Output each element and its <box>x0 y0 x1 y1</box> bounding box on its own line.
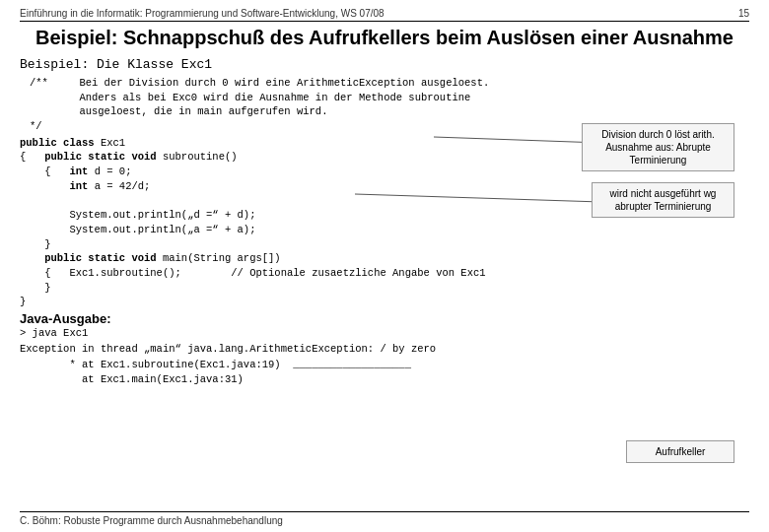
java-cmd-3: * at Exc1.subroutine(Exc1.java:19) _____… <box>20 358 749 373</box>
callout-division-text: Division durch 0 löst arith.Ausnahme aus… <box>601 129 715 166</box>
comment-line-1: /** Bei der Division durch 0 wird eine A… <box>30 76 749 91</box>
page-container: Einführung in die Informatik: Programmie… <box>0 0 769 532</box>
comment-line-3: ausgeloest, die in main aufgerufen wird. <box>30 104 749 119</box>
code-line-11: } <box>20 281 749 296</box>
callout-nicht: wird nicht ausgeführt wgabrupter Termini… <box>592 182 734 218</box>
java-cmd-4: at Exc1.main(Exc1.java:31) <box>20 372 749 388</box>
content-area: /** Bei der Division durch 0 wird eine A… <box>20 76 749 388</box>
callout-aufruf: Aufrufkeller <box>626 440 734 463</box>
footer: C. Böhm: Robuste Programme durch Ausnahm… <box>20 511 749 526</box>
exception-block: > java Exc1 Exception in thread „main“ j… <box>20 326 749 388</box>
code-line-9: public static void main(String args[]) <box>20 251 749 266</box>
java-cmd-1: > java Exc1 <box>20 326 749 342</box>
code-line-12: } <box>20 295 749 309</box>
code-line-10: { Exc1.subroutine(); // Optionale zusaet… <box>20 266 749 281</box>
callout-division: Division durch 0 löst arith.Ausnahme aus… <box>582 123 734 171</box>
subtitle: Beispiel: Die Klasse Exc1 <box>20 56 749 72</box>
code-line-8: } <box>20 237 749 252</box>
comment-line-2: Anders als bei Exc0 wird die Ausnahme in… <box>30 91 749 105</box>
main-title: Beispiel: Schnappschuß des Aufrufkellers… <box>20 26 749 50</box>
header-title: Einführung in die Informatik: Programmie… <box>20 8 384 19</box>
java-ausgabe-label: Java-Ausgabe: <box>20 311 749 326</box>
callout-nicht-text: wird nicht ausgeführt wgabrupter Termini… <box>610 188 717 212</box>
callout-aufruf-text: Aufrufkeller <box>656 446 706 457</box>
top-header: Einführung in die Informatik: Programmie… <box>20 8 749 22</box>
page-number: 15 <box>738 8 749 19</box>
java-cmd-2: Exception in thread „main“ java.lang.Ari… <box>20 342 749 358</box>
code-line-7: System.out.println(„a =“ + a); <box>20 223 749 237</box>
footer-text: C. Böhm: Robuste Programme durch Ausnahm… <box>20 515 283 526</box>
